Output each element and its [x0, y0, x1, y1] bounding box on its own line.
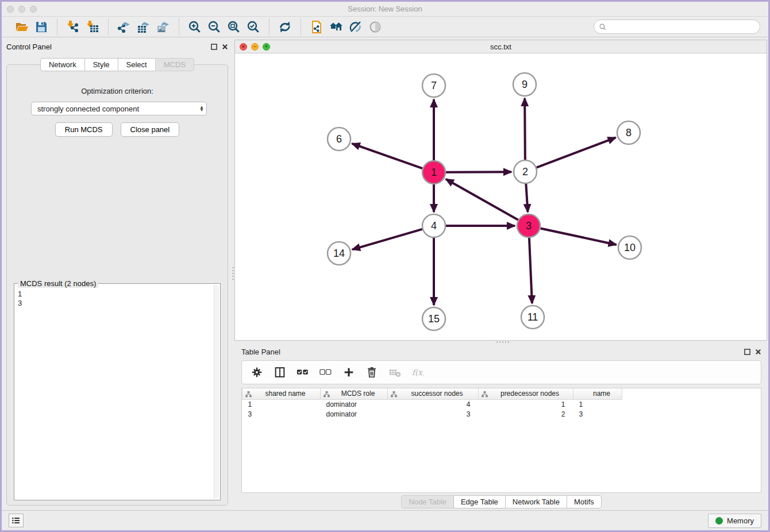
table-row[interactable]: 1dominator411: [242, 399, 622, 409]
delete-icon: [365, 366, 378, 379]
search-box[interactable]: [594, 20, 760, 34]
show-graphics-button[interactable]: [365, 19, 385, 35]
table-tab-motifs[interactable]: Motifs: [567, 495, 602, 508]
column-header-name[interactable]: name: [573, 388, 622, 399]
edge-3-11[interactable]: [529, 238, 532, 303]
edge-4-14[interactable]: [352, 229, 422, 249]
zoom-selected-button[interactable]: [244, 19, 263, 35]
node-label: 7: [431, 80, 437, 91]
graph-node-10[interactable]: 10: [618, 236, 641, 259]
edge-3-10[interactable]: [541, 228, 617, 245]
delete-table-button[interactable]: [384, 364, 405, 380]
function-builder-button[interactable]: f(x): [407, 364, 428, 380]
network-view-window: scc.txt × − + 7968124314101511: [234, 40, 767, 341]
edge-1-2[interactable]: [446, 172, 511, 172]
export-network-icon: [117, 20, 131, 34]
table-tab-edge-table[interactable]: Edge Table: [453, 495, 506, 508]
cell-successor-nodes: 3: [388, 409, 479, 419]
edge-3-1[interactable]: [446, 179, 518, 220]
table-tab-network-table[interactable]: Network Table: [505, 495, 567, 508]
duplicate-network-button[interactable]: [307, 19, 326, 35]
export-table-button[interactable]: [134, 19, 153, 35]
save-session-button[interactable]: [32, 19, 51, 35]
import-network-button[interactable]: [63, 19, 83, 35]
graph-node-7[interactable]: 7: [422, 74, 445, 97]
edge-2-8[interactable]: [537, 137, 616, 167]
close-panel-button[interactable]: Close panel: [121, 122, 180, 137]
table-tab-node-table[interactable]: Node Table: [401, 495, 454, 508]
column-header-successor-nodes[interactable]: successor nodes: [388, 388, 479, 399]
task-history-button[interactable]: [9, 514, 24, 527]
result-scrollbar[interactable]: [214, 285, 219, 499]
tab-style[interactable]: Style: [84, 58, 118, 71]
close-table-panel-icon[interactable]: [755, 349, 761, 355]
tab-mcds[interactable]: MCDS: [155, 58, 194, 71]
hide-graphics-button[interactable]: [346, 19, 365, 35]
result-line: 1: [18, 290, 219, 299]
edge-1-6[interactable]: [352, 144, 423, 168]
zoom-fit-button[interactable]: [224, 19, 244, 35]
network-canvas[interactable]: 7968124314101511: [235, 53, 767, 340]
svg-text:f(x): f(x): [412, 368, 424, 377]
run-mcds-button[interactable]: Run MCDS: [55, 122, 113, 137]
edge-2-3[interactable]: [526, 184, 528, 212]
select-all-icon: [297, 366, 309, 379]
apply-layout-button[interactable]: [275, 19, 295, 35]
cell-shared-name: 3: [242, 409, 321, 419]
add-button[interactable]: [338, 364, 359, 380]
float-table-panel-icon[interactable]: [744, 349, 750, 355]
export-image-button[interactable]: [153, 19, 173, 35]
minimize-window-button[interactable]: [18, 6, 25, 13]
close-panel-icon[interactable]: [222, 44, 228, 50]
memory-button[interactable]: Memory: [708, 514, 761, 528]
table-row[interactable]: 3dominator323: [242, 409, 622, 419]
unselect-all-button[interactable]: [315, 364, 336, 380]
graph-node-2[interactable]: 2: [514, 160, 537, 183]
cell-name: 1: [573, 399, 622, 409]
graph-node-6[interactable]: 6: [328, 128, 351, 151]
graph-node-11[interactable]: 11: [521, 306, 544, 329]
column-header-MCDS-role[interactable]: MCDS role: [321, 388, 388, 399]
cell-MCDS-role: dominator: [321, 409, 388, 419]
column-header-shared-name[interactable]: shared name: [242, 388, 321, 399]
column-header-predecessor-nodes[interactable]: predecessor nodes: [479, 388, 573, 399]
graph-node-4[interactable]: 4: [422, 214, 445, 237]
export-network-button[interactable]: [114, 19, 134, 35]
cell-predecessor-nodes: 1: [479, 399, 573, 409]
cell-shared-name: 1: [242, 399, 321, 409]
edge-2-9[interactable]: [525, 98, 525, 160]
graph-node-15[interactable]: 15: [422, 307, 445, 330]
import-table-button[interactable]: [83, 19, 102, 35]
node-label: 6: [336, 133, 342, 145]
graph-node-8[interactable]: 8: [617, 121, 640, 144]
tab-select[interactable]: Select: [118, 58, 156, 71]
network-graph[interactable]: 7968124314101511: [235, 53, 769, 340]
criterion-select[interactable]: strongly connected component ▲▼: [31, 102, 207, 115]
column-panel-button[interactable]: [270, 364, 290, 380]
horizontal-splitter[interactable]: [234, 341, 767, 344]
tab-network[interactable]: Network: [40, 58, 85, 71]
vertical-splitter[interactable]: [232, 37, 234, 510]
table-panel: Table Panel f(x) shared nameMCDS rolesuc…: [234, 344, 767, 510]
table-settings-button[interactable]: [247, 364, 267, 380]
memory-label: Memory: [727, 516, 754, 525]
graph-node-1[interactable]: 1: [422, 161, 445, 184]
graph-node-14[interactable]: 14: [328, 242, 351, 265]
delete-button[interactable]: [361, 364, 382, 380]
import-table-icon: [86, 20, 99, 34]
first-neighbors-button[interactable]: [326, 19, 346, 35]
select-all-button[interactable]: [292, 364, 313, 380]
zoom-out-button[interactable]: [205, 19, 224, 35]
close-window-button[interactable]: [7, 6, 14, 13]
float-panel-icon[interactable]: [211, 44, 217, 50]
node-label: 3: [526, 220, 532, 232]
node-label: 15: [428, 313, 440, 325]
graph-node-9[interactable]: 9: [513, 73, 536, 96]
search-input[interactable]: [607, 22, 760, 31]
graph-node-3[interactable]: 3: [517, 214, 540, 237]
control-panel-title: Control Panel: [6, 43, 52, 51]
maximize-window-button[interactable]: [30, 6, 37, 13]
open-file-button[interactable]: [12, 19, 32, 35]
cell-name: 3: [573, 409, 622, 419]
zoom-in-button[interactable]: [185, 19, 205, 35]
